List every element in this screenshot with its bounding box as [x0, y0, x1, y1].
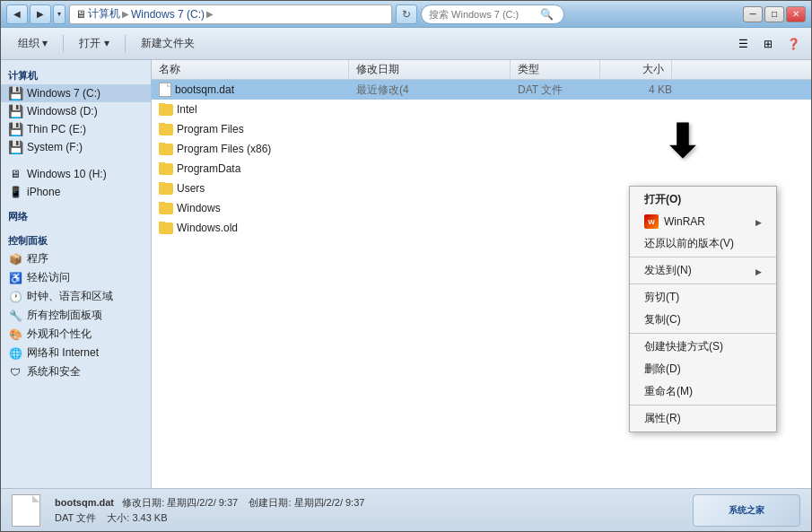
status-filename-line: bootsqm.dat 修改日期: 星期四/2/2/ 9:37 创建日期: 星期…: [55, 496, 364, 510]
drive-icon-f: 💾: [8, 140, 22, 154]
folder-icon-programdata: [159, 163, 173, 175]
folder-icon-intel: [159, 104, 173, 116]
file-row-bootsqm[interactable]: bootsqm.dat 最近修改(4 DAT 文件 4 KB: [152, 80, 811, 100]
toolbar-right: ☰ ⊞ ❓: [732, 33, 804, 55]
sidebar-item-thinpc[interactable]: 💾 Thin PC (E:): [1, 120, 151, 138]
search-bar[interactable]: 🔍: [421, 4, 564, 24]
toolbar-separator-2: [125, 35, 126, 53]
refresh-button[interactable]: ↻: [396, 4, 417, 24]
nav-buttons: ◀ ▶ ▾: [6, 4, 65, 24]
nav-dropdown-button[interactable]: ▾: [53, 4, 65, 24]
search-input[interactable]: [429, 9, 537, 20]
ctx-sep-1: [630, 257, 776, 257]
file-row-programfilesx86[interactable]: Program Files (x86): [152, 139, 811, 159]
sidebar-item-network[interactable]: 🌐 网络和 Internet: [1, 344, 151, 362]
programs-icon: 📦: [8, 252, 22, 266]
close-button[interactable]: ✕: [786, 6, 806, 22]
drive-icon-c: 💾: [8, 86, 22, 100]
folder-icon-users: [159, 183, 173, 195]
search-icon[interactable]: 🔍: [540, 8, 554, 21]
ctx-rename[interactable]: 重命名(M): [630, 380, 776, 403]
col-header-date[interactable]: 修改日期: [349, 60, 511, 79]
ctx-sep-3: [630, 333, 776, 334]
sendto-submenu-arrow: [755, 265, 762, 277]
appearance-icon: 🎨: [8, 327, 22, 342]
sidebar-section-network: 网络: [1, 205, 151, 225]
open-button[interactable]: 打开 ▾: [69, 31, 118, 57]
sidebar-item-datetime[interactable]: 🕐 时钟、语言和区域: [1, 287, 151, 306]
sidebar-item-accessibility[interactable]: ♿ 轻松访问: [1, 268, 151, 287]
sidebar-section-computer: 计算机: [1, 64, 151, 84]
organize-button[interactable]: 组织 ▾: [8, 31, 57, 57]
arrow-indicator: ⬇: [663, 116, 701, 168]
ctx-delete[interactable]: 删除(D): [630, 358, 776, 380]
titlebar-left: ◀ ▶ ▾ 🖥 计算机 ▶ Windows 7 (C:) ▶ ↻ 🔍: [6, 4, 564, 24]
status-right: 系统之家: [693, 494, 800, 527]
titlebar: ◀ ▶ ▾ 🖥 计算机 ▶ Windows 7 (C:) ▶ ↻ 🔍 ─ □ ✕: [1, 1, 811, 28]
file-area: 名称 修改日期 类型 大小 bootsqm.dat 最近修改(4 DAT 文件 …: [152, 60, 811, 488]
ctx-restore[interactable]: 还原以前的版本(V): [630, 232, 776, 255]
sidebar-item-all-control[interactable]: 🔧 所有控制面板项: [1, 306, 151, 325]
sidebar-section-control: 控制面板: [1, 229, 151, 249]
help-button[interactable]: ❓: [782, 33, 804, 55]
view-details-button[interactable]: ☰: [732, 33, 754, 55]
maximize-button[interactable]: □: [764, 6, 784, 22]
sidebar-item-security[interactable]: 🛡 系统和安全: [1, 362, 151, 381]
ctx-winrar[interactable]: W WinRAR: [630, 211, 776, 232]
toolbar-separator-1: [63, 35, 64, 53]
drive-icon-e: 💾: [8, 122, 22, 136]
file-row-intel[interactable]: Intel: [152, 100, 811, 119]
status-info: bootsqm.dat 修改日期: 星期四/2/2/ 9:37 创建日期: 星期…: [55, 496, 364, 525]
window: ◀ ▶ ▾ 🖥 计算机 ▶ Windows 7 (C:) ▶ ↻ 🔍 ─ □ ✕: [0, 0, 812, 532]
accessibility-icon: ♿: [8, 271, 22, 285]
col-header-name[interactable]: 名称: [152, 60, 349, 79]
system-logo: 系统之家: [693, 494, 800, 527]
sidebar-item-iphone[interactable]: 📱 iPhone: [1, 183, 151, 201]
sidebar-item-system[interactable]: 💾 System (F:): [1, 138, 151, 156]
ctx-sep-2: [630, 283, 776, 284]
sidebar-item-windows10[interactable]: 🖥 Windows 10 (H:): [1, 165, 151, 183]
folder-icon-windows: [159, 203, 173, 214]
toolbar: 组织 ▾ 打开 ▾ 新建文件夹 ☰ ⊞ ❓: [1, 28, 811, 60]
breadcrumb: 🖥 计算机 ▶ Windows 7 (C:) ▶: [69, 4, 392, 24]
new-folder-button[interactable]: 新建文件夹: [131, 31, 205, 57]
col-header-size[interactable]: 大小: [600, 60, 672, 79]
folder-icon-windowsold: [159, 222, 173, 234]
folder-icon-programfiles: [159, 124, 173, 135]
window-controls: ─ □ ✕: [743, 6, 806, 22]
sidebar-item-windows7[interactable]: 💾 Windows 7 (C:): [1, 84, 151, 102]
ctx-sep-4: [630, 405, 776, 406]
drive-icon-d: 💾: [8, 104, 22, 118]
ctx-open[interactable]: 打开(O): [630, 188, 776, 211]
ctx-create-shortcut[interactable]: 创建快捷方式(S): [630, 336, 776, 358]
back-button[interactable]: ◀: [6, 4, 28, 24]
sidebar-item-appearance[interactable]: 🎨 外观和个性化: [1, 325, 151, 344]
winrar-submenu-arrow: [755, 215, 762, 228]
file-row-programdata[interactable]: ProgramData: [152, 159, 811, 179]
datetime-icon: 🕐: [8, 290, 22, 304]
statusbar: bootsqm.dat 修改日期: 星期四/2/2/ 9:37 创建日期: 星期…: [1, 488, 811, 531]
iphone-icon: 📱: [8, 185, 22, 199]
breadcrumb-computer[interactable]: 计算机: [88, 6, 120, 22]
security-icon: 🛡: [8, 365, 22, 379]
ctx-sendto[interactable]: 发送到(N): [630, 259, 776, 282]
all-control-icon: 🔧: [8, 309, 22, 323]
forward-button[interactable]: ▶: [30, 4, 51, 24]
network-icon: 🌐: [8, 346, 22, 361]
breadcrumb-drive[interactable]: Windows 7 (C:): [131, 8, 205, 21]
file-row-programfiles[interactable]: Program Files: [152, 119, 811, 139]
ctx-copy[interactable]: 复制(C): [630, 309, 776, 331]
col-header-type[interactable]: 类型: [511, 60, 600, 79]
file-header: 名称 修改日期 类型 大小: [152, 60, 811, 80]
context-menu: 打开(O) W WinRAR 还原以前的版本(V) 发送到(N): [629, 186, 777, 432]
sidebar-item-windows8[interactable]: 💾 Windows8 (D:): [1, 102, 151, 120]
view-medium-button[interactable]: ⊞: [757, 33, 779, 55]
file-icon-bootsqm: [159, 83, 171, 97]
minimize-button[interactable]: ─: [743, 6, 763, 22]
ctx-properties[interactable]: 属性(R): [630, 407, 776, 430]
winrar-icon: W: [644, 214, 659, 229]
folder-icon-programfilesx86: [159, 144, 173, 155]
ctx-cut[interactable]: 剪切(T): [630, 286, 776, 309]
sidebar-item-programs[interactable]: 📦 程序: [1, 249, 151, 268]
status-file-icon: [12, 494, 40, 527]
